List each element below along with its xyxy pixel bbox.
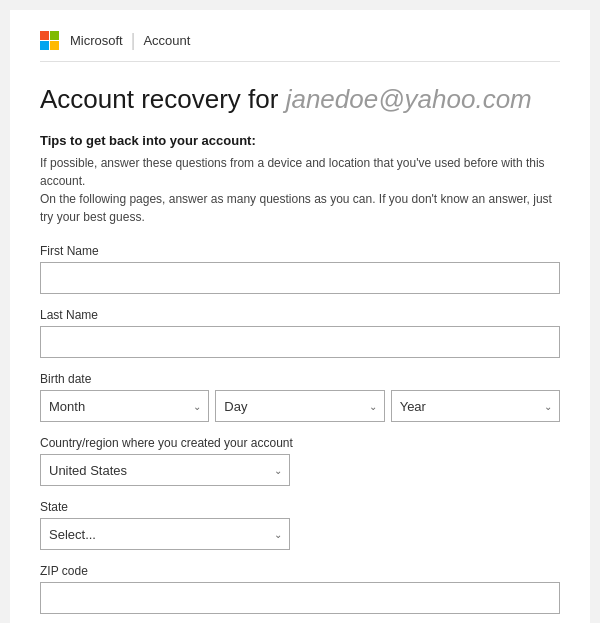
tips-title: Tips to get back into your account: bbox=[40, 133, 560, 148]
state-select-wrap: Select... Alabama Alaska California New … bbox=[40, 518, 290, 550]
year-select[interactable]: Year202420232022200019991990198019701960… bbox=[391, 390, 560, 422]
logo-red-sq bbox=[40, 31, 49, 40]
month-select-wrap: MonthJanuaryFebruaryMarchAprilMayJuneJul… bbox=[40, 390, 209, 422]
last-name-label: Last Name bbox=[40, 308, 560, 322]
first-name-group: First Name bbox=[40, 244, 560, 294]
microsoft-logo bbox=[40, 31, 60, 51]
zip-label: ZIP code bbox=[40, 564, 560, 578]
account-label: Account bbox=[143, 33, 190, 48]
month-select[interactable]: MonthJanuaryFebruaryMarchAprilMayJuneJul… bbox=[40, 390, 209, 422]
country-group: Country/region where you created your ac… bbox=[40, 436, 560, 486]
last-name-group: Last Name bbox=[40, 308, 560, 358]
tips-section: Tips to get back into your account: If p… bbox=[40, 133, 560, 226]
country-select-wrap: United States Canada United Kingdom ⌄ bbox=[40, 454, 290, 486]
page-container: Microsoft | Account Account recovery for… bbox=[10, 10, 590, 623]
last-name-input[interactable] bbox=[40, 326, 560, 358]
birth-date-row: MonthJanuaryFebruaryMarchAprilMayJuneJul… bbox=[40, 390, 560, 422]
logo-blue-sq bbox=[40, 41, 49, 50]
state-label: State bbox=[40, 500, 560, 514]
page-title: Account recovery for janedoe@yahoo.com bbox=[40, 84, 560, 115]
account-email: janedoe@yahoo.com bbox=[286, 84, 532, 114]
birth-date-label: Birth date bbox=[40, 372, 560, 386]
form-section: First Name Last Name Birth date MonthJan… bbox=[40, 244, 560, 623]
tips-body: If possible, answer these questions from… bbox=[40, 154, 560, 226]
state-group: State Select... Alabama Alaska Californi… bbox=[40, 500, 560, 550]
zip-input[interactable] bbox=[40, 582, 560, 614]
header: Microsoft | Account bbox=[40, 30, 560, 62]
country-label: Country/region where you created your ac… bbox=[40, 436, 560, 450]
first-name-input[interactable] bbox=[40, 262, 560, 294]
year-select-wrap: Year202420232022200019991990198019701960… bbox=[391, 390, 560, 422]
page-title-prefix: Account recovery for bbox=[40, 84, 286, 114]
logo-yellow-sq bbox=[50, 41, 59, 50]
microsoft-label: Microsoft bbox=[70, 33, 123, 48]
day-select-wrap: Day1234567891011121314151617181920212223… bbox=[215, 390, 384, 422]
country-select[interactable]: United States Canada United Kingdom bbox=[40, 454, 290, 486]
first-name-label: First Name bbox=[40, 244, 560, 258]
state-select[interactable]: Select... Alabama Alaska California New … bbox=[40, 518, 290, 550]
day-select[interactable]: Day1234567891011121314151617181920212223… bbox=[215, 390, 384, 422]
birth-date-group: Birth date MonthJanuaryFebruaryMarchApri… bbox=[40, 372, 560, 422]
logo-green-sq bbox=[50, 31, 59, 40]
header-divider: | bbox=[131, 30, 136, 51]
zip-group: ZIP code bbox=[40, 564, 560, 614]
